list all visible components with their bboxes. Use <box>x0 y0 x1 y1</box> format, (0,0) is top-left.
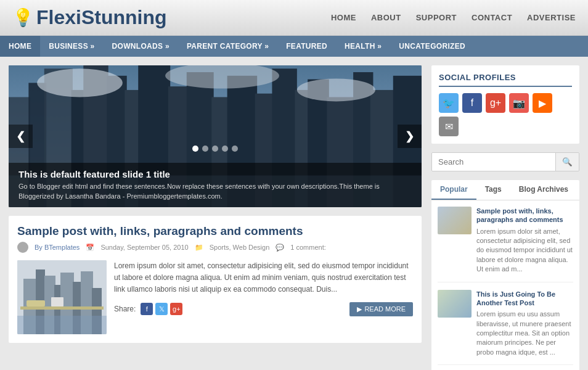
googleplus-share-icon[interactable]: g+ <box>170 303 182 315</box>
social-profiles-box: SOCIAL PROFILES 🐦fg+📷▶✉ <box>431 65 579 144</box>
tab-popular[interactable]: Popular <box>431 180 476 200</box>
slider-dot-4[interactable] <box>232 146 238 152</box>
tab-content: Sample post with, links, paragraphs and … <box>431 200 579 370</box>
rss-icon[interactable]: ▶ <box>533 93 552 113</box>
logo[interactable]: 💡 FlexiStunning <box>12 6 167 29</box>
email-icon[interactable]: ✉ <box>439 117 459 136</box>
svg-point-22 <box>37 68 123 97</box>
slider-dot-0[interactable] <box>192 146 198 152</box>
top-nav-item-contact[interactable]: CONTACT <box>472 13 512 22</box>
comment-icon: 💬 <box>276 244 284 252</box>
twitter-share-icon[interactable]: 𝕏 <box>155 303 168 315</box>
top-nav-item-home[interactable]: HOME <box>331 13 356 22</box>
svg-rect-36 <box>27 300 45 306</box>
post-meta: By BTemplates 📅 Sunday, September 05, 20… <box>17 242 413 253</box>
blog-post: Sample post with, links, paragraphs and … <box>9 216 422 343</box>
post-thumb-image <box>17 260 107 334</box>
share-label: Share: <box>114 305 136 313</box>
recent-title-0[interactable]: Sample post with, links, paragraphs and … <box>476 207 573 224</box>
post-categories[interactable]: Sports, Web Design <box>210 244 270 251</box>
social-icons-list: 🐦fg+📷▶✉ <box>439 93 572 136</box>
featured-slider: ❮ ❯ This is default featured slide 1 tit… <box>9 65 422 207</box>
tab-blog-archives[interactable]: Blog Archives <box>510 180 577 200</box>
read-more-label: READ MORE <box>364 305 406 313</box>
post-author[interactable]: By BTemplates <box>35 244 80 251</box>
post-share: Share: f 𝕏 g+ ▶ READ MORE <box>114 302 413 316</box>
recent-post-1: This is Just Going To Be Another Test Po… <box>438 290 573 366</box>
search-input[interactable] <box>432 153 555 171</box>
post-text-area: Lorem ipsum dolor sit amet, consectetur … <box>114 260 413 334</box>
search-button[interactable]: 🔍 <box>555 153 579 171</box>
post-date: Sunday, September 05, 2010 <box>100 244 188 251</box>
nav-item-business[interactable]: BUSINESS » <box>40 36 103 57</box>
slider-dot-2[interactable] <box>212 146 218 152</box>
google-plus-icon[interactable]: g+ <box>486 93 505 113</box>
instagram-icon[interactable]: 📷 <box>509 93 529 113</box>
folder-icon: 📁 <box>195 244 203 252</box>
recent-post-0: Sample post with, links, paragraphs and … <box>438 207 573 282</box>
search-box: 🔍 <box>431 152 579 171</box>
slider-caption: This is default featured slide 1 title G… <box>9 163 422 207</box>
recent-thumb-0 <box>438 207 472 234</box>
nav-item-featured[interactable]: FEATURED <box>277 36 336 57</box>
facebook-share-icon[interactable]: f <box>141 303 153 315</box>
svg-rect-35 <box>20 306 104 310</box>
logo-text: FlexiStunning <box>36 6 167 29</box>
post-thumbnail <box>17 260 107 334</box>
recent-thumb-1 <box>438 290 472 318</box>
svg-rect-37 <box>51 297 63 306</box>
slider-next-button[interactable]: ❯ <box>398 125 422 148</box>
slider-dots <box>192 146 238 152</box>
top-nav-item-support[interactable]: SUPPORT <box>416 13 457 22</box>
main-content: ❮ ❯ This is default featured slide 1 tit… <box>9 65 422 370</box>
social-profiles-title: SOCIAL PROFILES <box>439 73 572 87</box>
slider-title: This is default featured slide 1 title <box>18 169 412 179</box>
post-comments[interactable]: 1 comment: <box>290 244 325 251</box>
post-title[interactable]: Sample post with, links, paragraphs and … <box>17 224 413 238</box>
nav-item-home[interactable]: HOME <box>0 36 40 57</box>
svg-point-24 <box>297 78 375 101</box>
top-nav-item-about[interactable]: ABOUT <box>371 13 401 22</box>
slider-dot-1[interactable] <box>202 146 208 152</box>
post-excerpt: Lorem ipsum dolor sit amet, consectetur … <box>114 260 413 296</box>
tab-tags[interactable]: Tags <box>476 180 510 200</box>
main-wrapper: ❮ ❯ This is default featured slide 1 tit… <box>0 57 588 370</box>
recent-excerpt-0: Lorem ipsum dolor sit amet, consectetur … <box>476 227 573 274</box>
post-body: Lorem ipsum dolor sit amet, consectetur … <box>17 260 413 334</box>
avatar <box>17 242 28 253</box>
slider-description: Go to Blogger edit html and find these s… <box>18 182 412 201</box>
recent-text-0: Sample post with, links, paragraphs and … <box>476 207 573 274</box>
top-nav-item-advertise[interactable]: ADVERTISE <box>527 13 576 22</box>
main-nav-bar: HOMEBUSINESS »DOWNLOADS »PARENT CATEGORY… <box>0 36 588 57</box>
recent-title-1[interactable]: This is Just Going To Be Another Test Po… <box>476 290 573 308</box>
nav-item-parentcategory[interactable]: PARENT CATEGORY » <box>178 36 277 57</box>
facebook-icon[interactable]: f <box>462 93 482 113</box>
tabs-box: PopularTagsBlog Archives Sample post wit… <box>431 180 579 370</box>
read-more-arrow: ▶ <box>357 305 362 313</box>
recent-text-1: This is Just Going To Be Another Test Po… <box>476 290 573 358</box>
tabs-header: PopularTagsBlog Archives <box>431 180 579 200</box>
svg-rect-34 <box>17 316 107 334</box>
share-icons: f 𝕏 g+ <box>141 303 182 315</box>
sidebar: SOCIAL PROFILES 🐦fg+📷▶✉ 🔍 PopularTagsBlo… <box>431 65 579 370</box>
slider-dot-3[interactable] <box>222 146 228 152</box>
calendar-icon: 📅 <box>86 244 94 252</box>
nav-item-uncategorized[interactable]: UNCATEGORIZED <box>390 36 474 57</box>
slider-prev-button[interactable]: ❮ <box>9 125 33 148</box>
site-header: 💡 FlexiStunning HOMEABOUTSUPPORTCONTACTA… <box>0 0 588 36</box>
nav-item-health[interactable]: HEALTH » <box>336 36 390 57</box>
logo-icon: 💡 <box>12 7 34 28</box>
top-navigation: HOMEABOUTSUPPORTCONTACTADVERTISE <box>331 13 576 22</box>
nav-item-downloads[interactable]: DOWNLOADS » <box>104 36 178 57</box>
recent-excerpt-1: Lorem ipsum eu usu assum liberavisse, ut… <box>476 310 573 357</box>
read-more-button[interactable]: ▶ READ MORE <box>349 302 413 316</box>
twitter-icon[interactable]: 🐦 <box>439 93 459 113</box>
